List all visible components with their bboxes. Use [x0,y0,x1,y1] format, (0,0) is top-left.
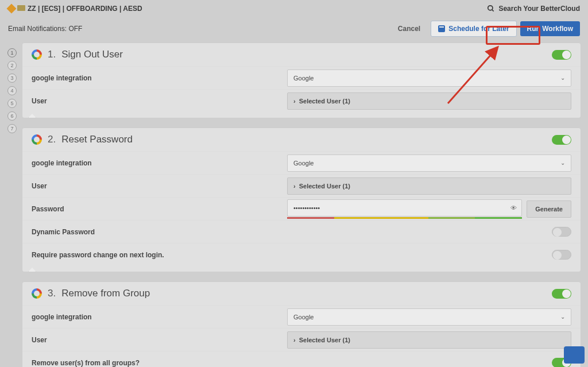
field-label: User [32,97,287,105]
timeline-step-1[interactable]: 1 [7,48,17,57]
select-value: Google [293,160,314,167]
timeline-step-4[interactable]: 4 [7,86,17,95]
google-logo-icon [32,288,42,299]
field-row: User›Selected User (1) [22,89,581,112]
step-title: Sign Out User [61,49,123,60]
field-control: ••••••••••••👁Generate [287,199,571,219]
email-notifications-value: OFF [68,25,82,33]
select-value: Google [293,75,314,82]
field-control: Google⌄ [287,308,571,326]
field-row: Password••••••••••••👁Generate [22,197,581,220]
chevron-down-icon: ⌄ [560,314,565,320]
connector-arrow-icon [28,268,36,272]
workflow-step-card: 1.Sign Out Usergoogle integrationGoogle⌄… [22,43,581,118]
select-value: Selected User (1) [299,337,350,343]
folder-icon [17,5,25,11]
user-select[interactable]: ›Selected User (1) [287,92,571,110]
field-toggle[interactable] [552,250,571,260]
field-label: google integration [32,74,287,82]
breadcrumb: ZZ | [ECS] | OFFBOARDING | AESD [28,5,142,13]
search-button[interactable]: Search Your BetterCloud [487,5,580,13]
user-select[interactable]: ›Selected User (1) [287,331,571,349]
select-value: Selected User (1) [299,98,350,105]
field-control: Google⌄ [287,69,571,87]
step-enable-toggle[interactable] [552,135,571,145]
search-label: Search Your BetterCloud [498,5,580,13]
field-label: google integration [32,313,287,321]
timeline-step-3[interactable]: 3 [7,74,17,83]
field-label: Password [32,205,287,213]
timeline-step-5[interactable]: 5 [7,99,17,108]
integration-select[interactable]: Google⌄ [287,69,571,87]
select-value: Selected User (1) [299,183,350,190]
field-label: Dynamic Password [32,228,287,236]
field-row: google integrationGoogle⌄ [22,66,581,89]
field-row: google integrationGoogle⌄ [22,305,581,328]
field-row: User›Selected User (1) [22,328,581,351]
field-control: ›Selected User (1) [287,177,571,195]
field-row: Require password change on next login. [22,243,581,266]
select-value: Google [293,314,314,320]
workflow-steps: 1.Sign Out Usergoogle integrationGoogle⌄… [22,40,583,367]
card-header: 2.Reset Password [22,128,581,151]
user-select[interactable]: ›Selected User (1) [287,177,571,195]
chevron-right-icon: › [293,337,296,343]
field-control [287,227,571,237]
integration-select[interactable]: Google⌄ [287,154,571,172]
svg-line-1 [492,10,494,11]
field-label: Remove user(s) from all groups? [32,359,287,367]
field-control: Google⌄ [287,154,571,172]
chevron-down-icon: ⌄ [560,160,565,166]
workflow-step-card: 2.Reset Passwordgoogle integrationGoogle… [22,128,581,272]
step-title: Remove from Group [61,288,150,299]
run-workflow-button[interactable]: Run Workflow [520,21,580,36]
password-masked: •••••••••••• [293,204,320,211]
step-number: 3. [48,288,56,299]
field-label: User [32,182,287,190]
chat-widget-icon[interactable] [564,346,585,364]
search-icon [487,5,495,13]
field-row: Remove user(s) from all groups? [22,351,581,367]
email-notifications-label: Email Notifications: [8,25,67,33]
field-row: google integrationGoogle⌄ [22,151,581,174]
chevron-right-icon: › [293,98,296,105]
actions-row: Email Notifications: OFF Cancel Schedule… [0,17,588,40]
schedule-label: Schedule for Later [448,25,509,33]
top-bar: ZZ | [ECS] | OFFBOARDING | AESD Search Y… [0,0,588,17]
integration-select[interactable]: Google⌄ [287,308,571,326]
eye-icon[interactable]: 👁 [510,204,517,211]
field-label: google integration [32,159,287,167]
field-control [287,358,571,367]
field-label: User [32,336,287,344]
step-enable-toggle[interactable] [552,50,571,60]
google-logo-icon [32,134,42,145]
chevron-right-icon: › [293,183,296,190]
chevron-down-icon: ⌄ [560,75,565,81]
field-control [287,250,571,260]
password-input[interactable]: ••••••••••••👁 [287,199,522,217]
svg-point-0 [488,6,493,10]
card-header: 3.Remove from Group [22,282,581,305]
calendar-icon [438,25,445,32]
schedule-for-later-button[interactable]: Schedule for Later [431,21,516,37]
step-enable-toggle[interactable] [552,289,571,299]
timeline-step-7[interactable]: 7 [7,124,17,133]
card-header: 1.Sign Out User [22,43,581,66]
field-control: ›Selected User (1) [287,331,571,349]
field-row: Dynamic Password [22,220,581,243]
google-logo-icon [32,49,42,60]
diamond-icon [7,4,17,14]
breadcrumb-icons [8,5,25,12]
field-toggle[interactable] [552,227,571,237]
workflow-step-card: 3.Remove from Groupgoogle integrationGoo… [22,281,581,367]
cancel-button[interactable]: Cancel [391,21,427,36]
step-connector [22,112,581,118]
timeline-step-2[interactable]: 2 [7,61,17,70]
step-connector [22,266,581,272]
timeline-step-6[interactable]: 6 [7,111,17,121]
field-row: User›Selected User (1) [22,174,581,197]
password-strength-meter [287,217,522,219]
step-timeline: 1234567 [5,40,20,367]
generate-password-button[interactable]: Generate [527,200,571,218]
field-control: ›Selected User (1) [287,92,571,110]
